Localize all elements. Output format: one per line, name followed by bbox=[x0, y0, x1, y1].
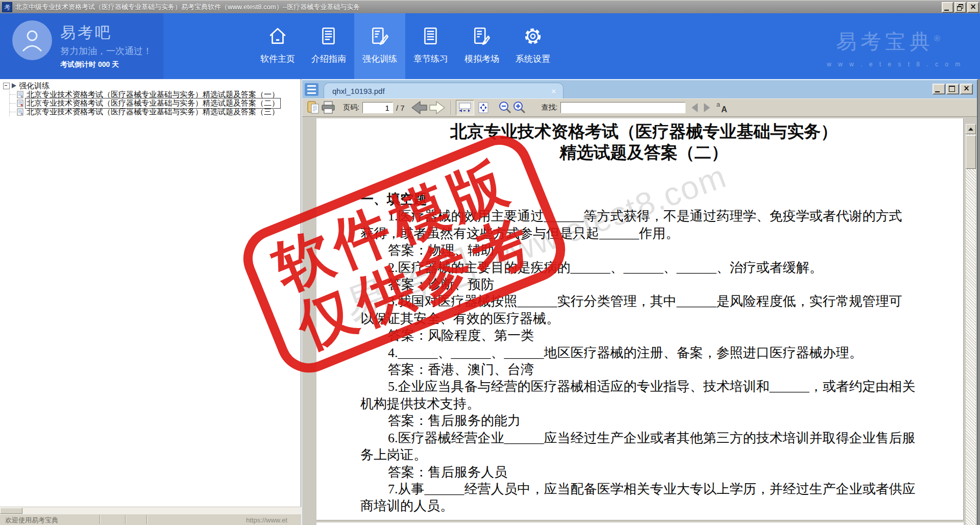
nav-item-home[interactable]: 软件主页 bbox=[252, 13, 303, 79]
toolbar-separator bbox=[451, 101, 452, 115]
find-input[interactable] bbox=[560, 102, 685, 113]
child-close-button[interactable] bbox=[960, 84, 973, 94]
tab-close-icon[interactable]: × bbox=[551, 87, 556, 95]
fit-page-icon bbox=[477, 101, 489, 114]
pdf-child-window: qhxl_10193.pdf × bbox=[301, 79, 978, 525]
doc-line: 一、填空题 bbox=[360, 191, 927, 208]
nav-item-guide[interactable]: 介绍指南 bbox=[303, 13, 354, 79]
restore-button[interactable] bbox=[954, 2, 966, 13]
tree-children: 北京专业技术资格考试（医疗器械专业基础与实务）精选试题及答案（一） 北京专业技术… bbox=[9, 90, 301, 116]
pdf-vertical-scrollbar[interactable] bbox=[966, 124, 976, 525]
nav-label: 软件主页 bbox=[260, 53, 295, 65]
doc-line: 答案：售后服务人员 bbox=[360, 464, 927, 481]
settings-icon bbox=[522, 26, 544, 47]
zoom-out-icon bbox=[498, 101, 512, 115]
status-divider bbox=[146, 515, 148, 524]
nav-item-settings[interactable]: 系统设置 bbox=[507, 13, 558, 79]
fit-width-icon bbox=[458, 102, 472, 113]
tree-item-paper-1[interactable]: 北京专业技术资格考试（医疗器械专业基础与实务）精选试题及答案（一） bbox=[10, 90, 301, 99]
doc-line: 4.______、______、______地区医疗器械的注册、备案，参照进口医… bbox=[360, 344, 927, 361]
fit-page-button[interactable] bbox=[474, 100, 493, 115]
doc-line: 答案：售后服务的能力 bbox=[360, 412, 927, 429]
nav-item-chapter[interactable]: 章节练习 bbox=[405, 13, 456, 79]
document-icon bbox=[17, 99, 23, 107]
doc-line: 答案：香港、澳门、台湾 bbox=[360, 361, 927, 378]
find-label: 查找: bbox=[542, 103, 558, 112]
doc-line: 3.我国对医疗器械按照______实行分类管理，其中______是风险程度低，实… bbox=[360, 293, 927, 327]
status-url: https://www.et bbox=[246, 516, 290, 524]
fit-width-button[interactable] bbox=[456, 100, 474, 115]
tree-item-paper-3[interactable]: 北京专业技术资格考试（医疗器械专业基础与实务）精选试题及答案（三） bbox=[10, 108, 301, 116]
person-icon bbox=[21, 29, 43, 52]
scroll-up-icon[interactable] bbox=[966, 124, 976, 134]
minimize-button[interactable] bbox=[942, 2, 953, 13]
zoom-in-button[interactable] bbox=[512, 101, 526, 115]
print-button[interactable] bbox=[321, 101, 336, 115]
nav-item-mock-exam[interactable]: 模拟考场 bbox=[456, 13, 507, 79]
nav-label: 章节练习 bbox=[413, 53, 448, 65]
pdf-page-1: 北京专业技术资格考试（医疗器械专业基础与实务） 精选试题及答案（二） 一、填空题… bbox=[316, 118, 964, 520]
previous-page-button[interactable] bbox=[410, 100, 428, 115]
doc-line: 1.医疗器械的效用主要通过______等方式获得，不是通过药理学、免疫学或者代谢… bbox=[360, 208, 927, 242]
zoom-out-button[interactable] bbox=[498, 101, 512, 115]
brand-name: 易考宝典 bbox=[836, 30, 934, 53]
pdf-content-area: 北京专业技术资格考试（医疗器械专业基础与实务） 精选试题及答案（二） 一、填空题… bbox=[302, 117, 977, 525]
window-title: 北京中级专业技术资格考试（医疗器械专业基础与实务）易考宝典软件（www.etes… bbox=[15, 3, 360, 12]
tree-root-label: 强化训练 bbox=[19, 81, 50, 91]
nav-label: 系统设置 bbox=[516, 53, 550, 65]
window-titlebar: 考 北京中级专业技术资格考试（医疗器械专业基础与实务）易考宝典软件（www.et… bbox=[0, 0, 980, 14]
home-icon bbox=[267, 26, 288, 47]
pdf-document-text: 北京专业技术资格考试（医疗器械专业基础与实务） 精选试题及答案（二） 一、填空题… bbox=[360, 121, 927, 515]
course-tree-panel: 强化训练 北京专业技术资格考试（医疗器械专业基础与实务）精选试题及答案（一） bbox=[0, 79, 301, 507]
page-total: / 7 bbox=[396, 104, 405, 112]
tree-root-training[interactable]: 强化训练 bbox=[3, 81, 301, 90]
tree-item-paper-2[interactable]: 北京专业技术资格考试（医疗器械专业基础与实务）精选试题及答案（二） bbox=[10, 99, 301, 108]
pdf-tab[interactable]: qhxl_10193.pdf × bbox=[324, 83, 564, 99]
nav-label: 模拟考场 bbox=[464, 53, 499, 65]
user-panel: 易考吧 努力加油，一次通过！ 考试倒计时 000 天 bbox=[0, 13, 163, 79]
status-divider bbox=[100, 515, 101, 524]
page-number-label: 页码: bbox=[343, 103, 359, 112]
scrollbar-thumb[interactable] bbox=[0, 508, 22, 514]
doc-line: 6.医疗器械经营企业______应当经过生产企业或者其他第三方的技术培训并取得企… bbox=[360, 430, 927, 464]
child-maximize-button[interactable] bbox=[946, 84, 959, 94]
doc-line: 答案：物理、辅助 bbox=[360, 242, 927, 259]
pdf-tabbar: qhxl_10193.pdf × bbox=[302, 80, 977, 98]
app-icon: 考 bbox=[2, 2, 12, 12]
child-minimize-button[interactable] bbox=[933, 84, 945, 94]
copy-icon bbox=[306, 101, 321, 115]
page-number-input[interactable] bbox=[362, 102, 393, 113]
application-window: 考 北京中级专业技术资格考试（医疗器械专业基础与实务）易考宝典软件（www.et… bbox=[0, 0, 980, 525]
document-icon bbox=[17, 108, 23, 116]
user-slogan: 努力加油，一次通过！ bbox=[60, 45, 152, 57]
copy-button[interactable] bbox=[306, 101, 321, 115]
main-nav: 软件主页 介绍指南 强化训练 章节练习 bbox=[252, 13, 558, 79]
status-divider bbox=[125, 515, 126, 524]
mock-exam-icon bbox=[471, 26, 493, 47]
next-page-icon bbox=[428, 100, 447, 115]
collapse-icon[interactable] bbox=[3, 83, 10, 89]
doc-line: 5.企业应当具备与经营的医疗器械相适应的专业指导、技术培训和______，或者约… bbox=[360, 378, 927, 412]
window-frame bbox=[978, 79, 980, 525]
user-name: 易考吧 bbox=[60, 22, 112, 43]
doc-line: 2.医疗器械的主要目的是疾病的______、______、______、治疗或者… bbox=[360, 259, 927, 276]
document-icon bbox=[17, 91, 23, 98]
pdf-page-2: 答案：第三类医疗器械 bbox=[316, 522, 964, 525]
registered-mark: ® bbox=[934, 34, 940, 43]
tree-horizontal-scrollbar[interactable] bbox=[0, 507, 301, 514]
doc-line: 答案：诊断、预防 bbox=[360, 276, 927, 293]
nav-item-training[interactable]: 强化训练 bbox=[354, 13, 405, 79]
print-icon bbox=[321, 101, 336, 115]
next-page-button[interactable] bbox=[428, 100, 447, 115]
close-button[interactable] bbox=[967, 2, 979, 13]
chapter-icon bbox=[420, 26, 442, 47]
match-case-icon[interactable] bbox=[716, 102, 727, 113]
menu-icon[interactable] bbox=[305, 83, 318, 96]
nav-label: 强化训练 bbox=[362, 53, 397, 65]
brand-logo: 易考宝典® w w w . e t e s t 8 . c o m bbox=[827, 28, 949, 68]
scrollbar-thumb[interactable] bbox=[966, 135, 976, 169]
find-previous-icon[interactable] bbox=[692, 103, 698, 112]
doc-line: 7.从事______经营人员中，应当配备医学相关专业大专以上学历，并经过生产企业… bbox=[360, 481, 927, 515]
find-next-icon[interactable] bbox=[704, 103, 710, 112]
status-welcome: 欢迎使用易考宝典 bbox=[5, 516, 58, 525]
